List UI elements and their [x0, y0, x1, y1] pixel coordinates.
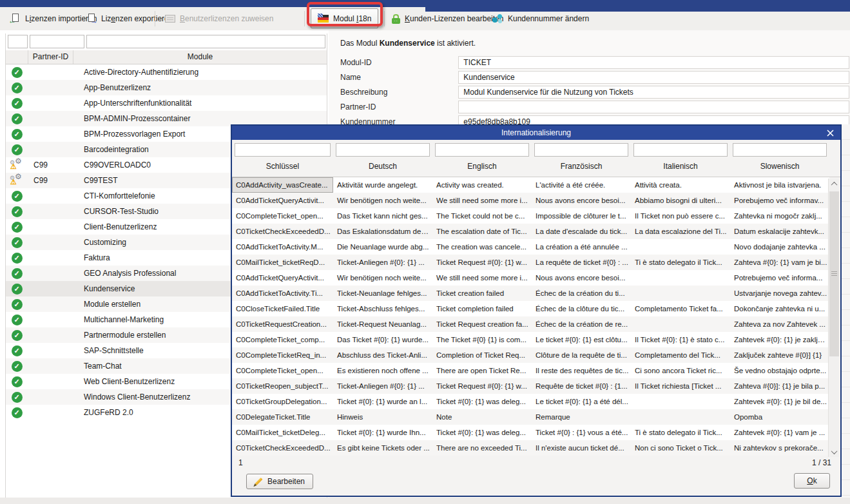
- cell-deutsch[interactable]: Ticket-Request Neuanlag...: [333, 316, 432, 332]
- cell-englisch[interactable]: Ticket creation failed: [432, 286, 532, 301]
- cell-deutsch[interactable]: Das Ticket kann nicht ges...: [333, 208, 432, 224]
- cell-franzoesisch[interactable]: Échec de la création de re...: [532, 316, 631, 332]
- cell-deutsch[interactable]: Hinweis: [333, 409, 432, 425]
- cell-slowenisch[interactable]: Zahtevek #{0}: {1} je zaklju...: [730, 332, 829, 347]
- detail-field-input[interactable]: [458, 101, 849, 113]
- detail-field-input[interactable]: Modul Kundenservice für die Nutzung von …: [458, 86, 849, 99]
- cell-deutsch[interactable]: Abschluss des Ticket-Anli...: [333, 347, 432, 363]
- cell-deutsch[interactable]: Die Neuanlage wurde abg...: [333, 239, 432, 255]
- column-header-label[interactable]: Schlüssel: [232, 162, 333, 171]
- ok-button[interactable]: Ok: [794, 473, 830, 489]
- i18n-table-row[interactable]: C0CompleteTicket_open... Das Ticket kann…: [232, 208, 829, 224]
- cell-englisch[interactable]: We still need some more i...: [432, 270, 532, 286]
- i18n-table-row[interactable]: C0CompleteTicketReq_in... Abschluss des …: [232, 347, 829, 363]
- module-name-cell[interactable]: Active-Directory-Authentifizierung: [73, 68, 327, 77]
- cell-englisch[interactable]: Note: [432, 409, 532, 425]
- cell-franzoesisch[interactable]: Requête de ticket #{0} : {1...: [532, 378, 631, 394]
- cell-italienisch[interactable]: Il Ticket richiesta [Ticket ...: [631, 378, 730, 394]
- cell-schluessel[interactable]: C0MailTicket_ticketDeleg...: [232, 425, 333, 440]
- cell-englisch[interactable]: The escalation date of Tic...: [432, 224, 532, 239]
- cell-schluessel[interactable]: C0DelegateTicket.Title: [232, 409, 333, 425]
- cell-slowenisch[interactable]: Ni zahtevkov s prekorače...: [730, 440, 829, 456]
- scroll-down-icon[interactable]: [829, 447, 840, 457]
- cell-deutsch[interactable]: Das Ticket #{0}: {1} wurde...: [333, 332, 432, 347]
- cell-franzoesisch[interactable]: Nous avons encore besoi...: [532, 270, 631, 286]
- cell-deutsch[interactable]: Ticket #{0}: {1} wurde an l...: [333, 394, 432, 409]
- cell-schluessel[interactable]: C0AddTicketToActivity.M...: [232, 239, 333, 255]
- cell-slowenisch[interactable]: Ustvarjanje novega zahtev...: [730, 286, 829, 301]
- cell-italienisch[interactable]: [631, 239, 730, 255]
- cell-italienisch[interactable]: Non ci sono Ticket o Tick...: [631, 440, 730, 456]
- module-column-header[interactable]: Module: [73, 50, 327, 64]
- cell-italienisch[interactable]: Il Ticket #{0}: {1} è stato c...: [631, 332, 730, 347]
- column-filter-input[interactable]: [336, 143, 430, 157]
- cell-englisch[interactable]: Ticket Request creation fa...: [432, 316, 532, 332]
- cell-franzoesisch[interactable]: Clôture de la requête de ti...: [532, 347, 631, 363]
- cell-schluessel[interactable]: C0TicketRequestCreation...: [232, 316, 333, 332]
- cell-franzoesisch[interactable]: Le ticket #{0}: {1} a été dél...: [532, 394, 631, 409]
- scrollbar-thumb[interactable]: [829, 191, 839, 356]
- cell-franzoesisch[interactable]: Ticket #{0} : {1} vous a été...: [532, 425, 631, 440]
- cell-deutsch[interactable]: Wir benötigen noch weite...: [333, 193, 432, 208]
- cell-italienisch[interactable]: Ci sono ancora Ticket ric...: [631, 363, 730, 378]
- cell-deutsch[interactable]: Ticket #{0}: {1} wurde Ihn...: [333, 425, 432, 440]
- cell-slowenisch[interactable]: Zaključek zahteve #{0}] {1}: [730, 347, 829, 363]
- cell-schluessel[interactable]: C0TicketCheckExceededD...: [232, 224, 333, 239]
- cell-slowenisch[interactable]: Zahtevek #{0}: {1} vam je ...: [730, 425, 829, 440]
- cell-englisch[interactable]: The Ticket #{0} {1} is com...: [432, 332, 532, 347]
- cell-franzoesisch[interactable]: La requête de ticket #{0} : ...: [532, 255, 631, 270]
- cell-deutsch[interactable]: Ticket-Anliegen #{0}: {1} ...: [333, 255, 432, 270]
- module-status-filter-input[interactable]: [8, 35, 28, 48]
- i18n-table-row[interactable]: C0CloseTicketFailed.Title Ticket-Abschlu…: [232, 301, 829, 316]
- cell-deutsch[interactable]: Ticket-Anliegen #{0}: {1} ...: [333, 378, 432, 394]
- detail-field-input[interactable]: Kundenservice: [458, 71, 849, 84]
- cell-englisch[interactable]: We still need some more i...: [432, 193, 532, 208]
- i18n-table-row[interactable]: C0CompleteTicket_comp... Das Ticket #{0}…: [232, 332, 829, 347]
- cell-deutsch[interactable]: Aktivität wurde angelegt.: [333, 177, 432, 193]
- column-header-label[interactable]: Französisch: [532, 162, 631, 171]
- cell-deutsch[interactable]: Es existieren noch offene ...: [333, 363, 432, 378]
- cell-slowenisch[interactable]: Dokončanje zahtevka ni u...: [730, 301, 829, 316]
- cell-deutsch[interactable]: Ticket-Neuanlage fehlges...: [333, 286, 432, 301]
- cell-slowenisch[interactable]: Datum eskalacije zahtevk...: [730, 224, 829, 239]
- i18n-table-row[interactable]: C0TicketCheckExceededD... Das Eskalation…: [232, 224, 829, 239]
- cell-schluessel[interactable]: C0TicketCheckExceededD...: [232, 440, 333, 456]
- vertical-scrollbar[interactable]: [828, 179, 839, 457]
- i18n-table-row[interactable]: C0AddTicketQueryActivit... Wir benötigen…: [232, 193, 829, 208]
- cell-schluessel[interactable]: C0AddTicketToActivity.Ti...: [232, 286, 333, 301]
- cell-deutsch[interactable]: Ticket-Abschluss fehlges...: [333, 301, 432, 316]
- cell-franzoesisch[interactable]: La date d'escalade du tick...: [532, 224, 631, 239]
- i18n-table-row[interactable]: C0AddTicketToActivity.Ti... Ticket-Neuan…: [232, 286, 829, 301]
- module-filter-input[interactable]: [86, 35, 325, 48]
- cell-schluessel[interactable]: C0AddTicketQueryActivit...: [232, 270, 333, 286]
- column-header-label[interactable]: Englisch: [432, 162, 532, 171]
- cell-schluessel[interactable]: C0CompleteTicket_open...: [232, 363, 333, 378]
- cell-italienisch[interactable]: Abbiamo bisogni di ulteri...: [631, 193, 730, 208]
- cell-englisch[interactable]: The creation was cancele...: [432, 239, 532, 255]
- cell-schluessel[interactable]: C0CompleteTicket_comp...: [232, 332, 333, 347]
- i18n-table-row[interactable]: C0TicketGroupDelegation... Ticket #{0}: …: [232, 394, 829, 409]
- cell-deutsch[interactable]: Wir benötigen noch weite...: [333, 270, 432, 286]
- cell-englisch[interactable]: Activity was created.: [432, 177, 532, 193]
- i18n-table-row[interactable]: C0MailTicket_ticketDeleg... Ticket #{0}:…: [232, 425, 829, 440]
- scroll-up-icon[interactable]: [829, 179, 840, 189]
- cell-italienisch[interactable]: Completamento Ticket fa...: [631, 301, 730, 316]
- i18n-table-row[interactable]: C0TicketRequestCreation... Ticket-Reques…: [232, 316, 829, 332]
- cell-italienisch[interactable]: Completamento del Tick...: [631, 347, 730, 363]
- cell-franzoesisch[interactable]: Échec de la clôture du tic...: [532, 301, 631, 316]
- i18n-table-row[interactable]: C0MailTicket_ticketReqD... Ticket-Anlieg…: [232, 255, 829, 270]
- cell-schluessel[interactable]: C0TicketGroupDelegation...: [232, 394, 333, 409]
- cell-englisch[interactable]: Ticket Request #{0}: {1} w...: [432, 378, 532, 394]
- column-header-label[interactable]: Italienisch: [631, 162, 730, 171]
- partner-id-filter-input[interactable]: [30, 35, 84, 48]
- column-filter-input[interactable]: [733, 143, 827, 157]
- column-filter-input[interactable]: [633, 143, 728, 157]
- cell-franzoesisch[interactable]: Il reste des requêtes de tic...: [532, 363, 631, 378]
- cell-franzoesisch[interactable]: Le ticket #{0}: {1} est clôtu...: [532, 332, 631, 347]
- cell-slowenisch[interactable]: Zahtevka ni mogočr zaklj...: [730, 208, 829, 224]
- cell-englisch[interactable]: Ticket completion failed: [432, 301, 532, 316]
- cell-schluessel[interactable]: C0CompleteTicketReq_in...: [232, 347, 333, 363]
- column-header-label[interactable]: Slowenisch: [730, 162, 829, 171]
- cell-slowenisch[interactable]: Potrebujemo več informa...: [730, 270, 829, 286]
- i18n-table-row[interactable]: C0AddTicketToActivity.M... Die Neuanlage…: [232, 239, 829, 255]
